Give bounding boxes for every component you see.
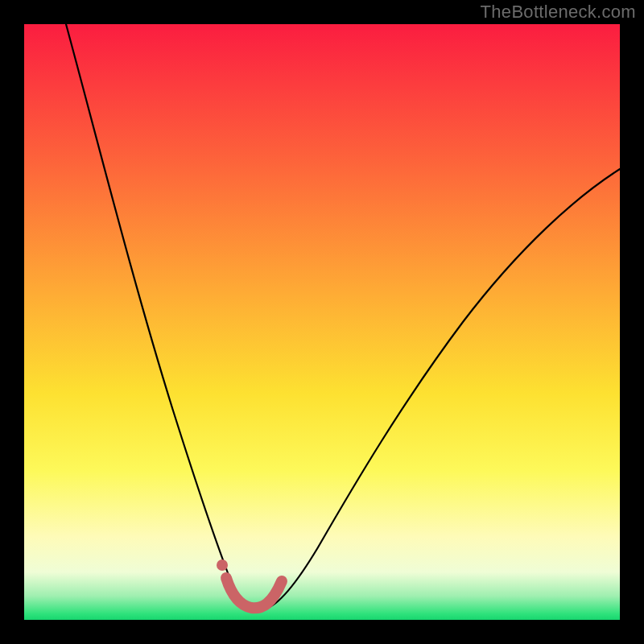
highlight-dot [217,559,228,571]
chart-frame: TheBottleneck.com [0,0,644,644]
watermark-text: TheBottleneck.com [481,2,636,23]
highlight-trough [226,578,282,608]
curve-left-branch [66,24,250,609]
curve-right-branch [266,169,620,609]
plot-area [24,24,620,620]
curve-layer [24,24,620,620]
